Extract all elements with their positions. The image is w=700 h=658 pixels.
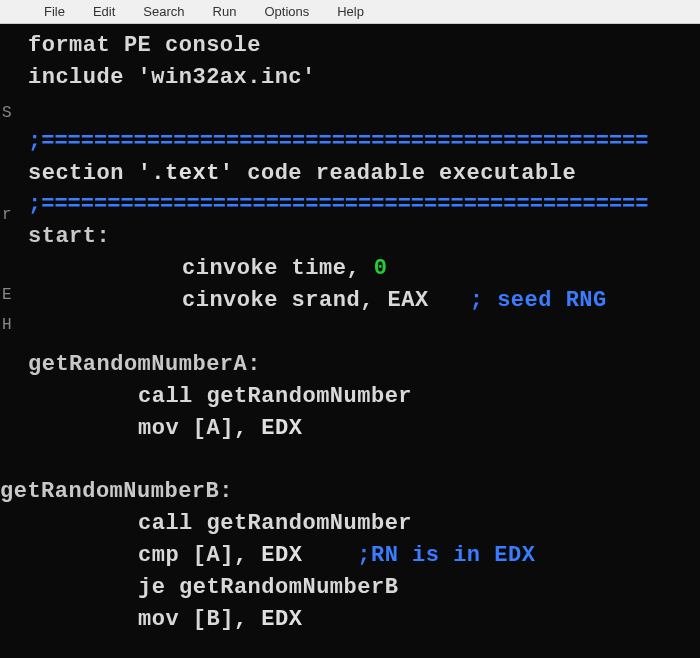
keyword-section: section — [28, 161, 138, 186]
menu-help[interactable]: Help — [323, 2, 378, 21]
code-line: start: — [28, 221, 700, 253]
code-line: include 'win32ax.inc' — [28, 62, 700, 94]
mem-operand: [A] — [193, 543, 234, 568]
menu-search[interactable]: Search — [129, 2, 198, 21]
register: , EDX — [234, 607, 303, 632]
code-line: mov [B], EDX — [28, 604, 700, 636]
menu-options[interactable]: Options — [250, 2, 323, 21]
code-line: mov [A], EDX — [28, 413, 700, 445]
code-line: format PE console — [28, 30, 700, 62]
mem-operand: [B] — [193, 607, 234, 632]
gutter-char: E — [2, 284, 12, 307]
instruction: mov — [138, 607, 193, 632]
comment-ruler: ;=======================================… — [28, 189, 700, 221]
instruction: mov — [138, 416, 193, 441]
instruction: cinvoke time, — [182, 256, 374, 281]
label-getrandB: getRandomNumberB: — [0, 479, 233, 504]
instruction: cmp — [138, 543, 193, 568]
code-line: section '.text' code readable executable — [28, 158, 700, 190]
section-attrs: code readable executable — [234, 161, 577, 186]
menu-file[interactable]: File — [30, 2, 79, 21]
code-line: call getRandomNumber — [28, 381, 700, 413]
gutter-char: r — [2, 204, 12, 227]
register: , EDX — [234, 416, 303, 441]
comment: ; seed RNG — [429, 288, 607, 313]
register: , EDX — [234, 543, 357, 568]
instruction: call getRandomNumber — [138, 511, 412, 536]
menu-edit[interactable]: Edit — [79, 2, 129, 21]
blank-line — [28, 445, 700, 477]
blank-line — [28, 317, 700, 349]
menu-run[interactable]: Run — [199, 2, 251, 21]
code-line: cmp [A], EDX ;RN is in EDX — [28, 540, 700, 572]
gutter-char: S — [2, 102, 12, 125]
blank-line — [28, 94, 700, 126]
instruction: call getRandomNumber — [138, 384, 412, 409]
directive: format PE console — [28, 33, 261, 58]
instruction: je getRandomNumberB — [138, 575, 398, 600]
comment-ruler: ;=======================================… — [28, 126, 700, 158]
code-line: getRandomNumberB: — [0, 476, 700, 508]
code-line: je getRandomNumberB — [28, 572, 700, 604]
instruction: cinvoke srand, EAX — [182, 288, 429, 313]
code-editor[interactable]: format PE console include 'win32ax.inc' … — [0, 24, 700, 658]
register-in-comment: EDX — [494, 543, 535, 568]
code-line: cinvoke srand, EAX ; seed RNG — [28, 285, 700, 317]
mem-operand: [A] — [193, 416, 234, 441]
code-line: getRandomNumberA: — [28, 349, 700, 381]
string-literal: '.text' — [138, 161, 234, 186]
label-start: start: — [28, 224, 110, 249]
label-getrandA: getRandomNumberA: — [28, 352, 261, 377]
menubar: File Edit Search Run Options Help — [0, 0, 700, 24]
directive: include 'win32ax.inc' — [28, 65, 316, 90]
code-line: cinvoke time, 0 — [28, 253, 700, 285]
gutter-char: H — [2, 314, 12, 337]
code-line: call getRandomNumber — [28, 508, 700, 540]
comment: ;RN is in — [357, 543, 494, 568]
number-literal: 0 — [374, 256, 388, 281]
